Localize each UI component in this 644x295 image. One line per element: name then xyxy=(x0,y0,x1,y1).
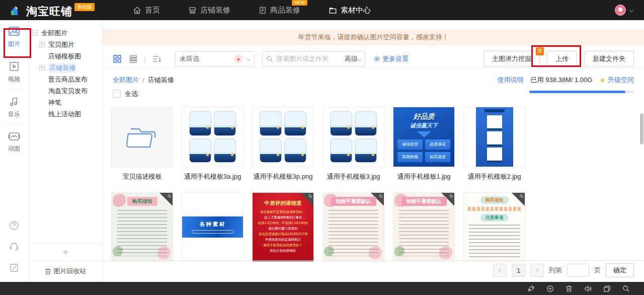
shop-icon xyxy=(188,6,197,15)
grid-item-image[interactable]: 好品质 诚信赢天下 诚信经营 品质保证 实物拍摄 如实描述 通用手机模板1.jp… xyxy=(393,107,455,181)
filter-dropdown[interactable]: 未筛选 ▲ xyxy=(175,51,255,66)
tree-item-taopan-publish[interactable]: 淘盘宝贝发布 xyxy=(29,85,102,97)
tree-item-online-activity[interactable]: 线上活动图 xyxy=(29,108,102,120)
account-area[interactable] xyxy=(615,0,633,20)
search-box[interactable]: 高级 xyxy=(262,51,365,66)
image-thumbnail[interactable] xyxy=(182,107,244,167)
image-thumbnail[interactable]: 好品质 诚信赢天下 诚信经营 品质保证 实物拍摄 如实描述 xyxy=(393,107,455,167)
image-thumbnail[interactable]: 购买须知 51 xyxy=(111,192,173,262)
tree-item-puyun-publish[interactable]: 普云商品发布 xyxy=(29,73,102,85)
help-icon[interactable] xyxy=(9,220,19,231)
video-icon xyxy=(9,61,20,72)
image-thumbnail[interactable]: 拍前不看那默认 51 xyxy=(393,192,455,262)
expand-icon[interactable]: + xyxy=(39,42,45,47)
storage-usage: 使用说明 已用 938.38M/ 1.00G ★ 升级空间 xyxy=(498,76,634,85)
floral-notice-preview: 拍前不看那默认 xyxy=(323,193,384,261)
tree-item-shenbi[interactable]: 神笔 xyxy=(29,97,102,108)
recycle-bin-entry[interactable]: 图片回收站 xyxy=(29,261,102,282)
page-number-input[interactable] xyxy=(567,264,589,277)
feedback-icon[interactable] xyxy=(9,263,19,273)
nav-item-material-center[interactable]: 素材中心 xyxy=(314,0,385,20)
windows-icon[interactable] xyxy=(603,285,611,292)
banner-title: 好品质 xyxy=(414,112,435,121)
next-page-button[interactable] xyxy=(530,264,544,277)
tree-item-item-images[interactable]: + 宝贝图片 xyxy=(29,39,102,50)
more-settings-link[interactable]: 更多设置 xyxy=(373,54,409,63)
advanced-search-toggle[interactable]: 高级 xyxy=(345,54,361,63)
rail-item-music[interactable]: 音乐 xyxy=(0,91,28,123)
grid-item-image[interactable]: 购买须知 51 xyxy=(111,192,173,262)
current-page[interactable]: 1 xyxy=(512,264,525,277)
media-type-rail: 图片 视频 音乐 动图 xyxy=(0,20,29,282)
strip-pill-shape xyxy=(192,230,234,234)
history-icon[interactable] xyxy=(546,285,554,292)
usage-manual-link[interactable]: 使用说明 xyxy=(498,76,524,85)
new-folder-button[interactable]: 新建文件夹 xyxy=(584,51,634,67)
grid-item-image[interactable]: 拍前不看那默认 51 xyxy=(393,192,455,262)
grid-item-image[interactable]: 各种素材 xyxy=(182,192,244,262)
grid-item-image[interactable]: 购买须知 注意事项 51 xyxy=(463,192,525,262)
rail-item-gif[interactable]: 动图 xyxy=(0,126,28,158)
image-thumbnail[interactable] xyxy=(252,107,314,167)
tree-item-all-images[interactable]: - 全部图片 xyxy=(29,27,102,39)
upgrade-space-link[interactable]: ★ 升级空间 xyxy=(599,76,634,85)
user-avatar[interactable] xyxy=(615,5,626,16)
main-image-potential-button[interactable]: 主图潜力挖掘 荐 xyxy=(484,51,540,67)
grid-item-image[interactable]: 拍前不看那默认 51 xyxy=(323,192,384,262)
notice-title: 购买须知 xyxy=(127,197,157,206)
rail-item-images[interactable]: 图片 xyxy=(0,20,28,53)
nav-item-label: 商品装修 xyxy=(270,6,300,15)
image-thumbnail[interactable]: 拍前不看那默认 51 xyxy=(323,192,384,262)
tree-item-shop-decorate[interactable]: + 店铺装修 xyxy=(29,62,102,73)
image-thumbnail[interactable] xyxy=(463,107,525,167)
tree-item-label: 全部图片 xyxy=(41,29,67,38)
grid-view-icon[interactable] xyxy=(113,54,122,63)
grid-item-image[interactable]: 中差评的请绕道 本店素材不是系统自动发货的， 是人工客服MM看到订单后 在线1-… xyxy=(252,192,314,262)
upload-button[interactable]: 上传 xyxy=(547,51,577,67)
folder-thumbnail[interactable] xyxy=(111,107,173,167)
grid-item-image[interactable]: 通用手机模板3p.png xyxy=(252,107,314,181)
goods-icon xyxy=(259,6,267,15)
speaker-icon[interactable] xyxy=(584,285,592,292)
notice-body: 本店素材不是系统自动发货的， 是人工客服MM看到订单后 在线1-2分钟内，不在线… xyxy=(256,209,310,253)
image-thumbnail[interactable]: 各种素材 xyxy=(182,192,244,262)
page-unit-label: 页 xyxy=(594,266,601,275)
nav-item-goods-decorate[interactable]: 商品装修 NEW xyxy=(245,0,314,20)
rocket-icon[interactable] xyxy=(527,285,535,292)
scrollbar-thumb[interactable] xyxy=(640,113,643,144)
headset-icon[interactable] xyxy=(9,242,19,252)
grid-item-image[interactable]: 通用手机模板2.jpg xyxy=(463,107,525,181)
add-folder-button[interactable]: + xyxy=(29,242,102,258)
recommend-badge: 荐 xyxy=(536,47,544,55)
grid-item-folder[interactable]: 宝贝描述模板 xyxy=(111,107,173,181)
collapse-icon[interactable]: - xyxy=(32,30,38,36)
confirm-page-button[interactable]: 确定 xyxy=(606,263,634,277)
nav-item-label: 店铺装修 xyxy=(200,6,230,15)
trash-icon[interactable] xyxy=(566,285,573,292)
tree-spacer xyxy=(39,88,45,94)
list-view-icon[interactable] xyxy=(129,54,138,63)
expand-icon[interactable]: + xyxy=(39,65,45,70)
grid-item-image[interactable]: 通用手机模板3a.jpg xyxy=(182,107,244,181)
grid-item-image[interactable]: 通用手机模板3.jpg xyxy=(323,107,384,181)
search-icon[interactable] xyxy=(622,285,630,292)
banner-tag: 品质保证 xyxy=(425,139,450,150)
tree-item-label: 宝贝图片 xyxy=(48,40,74,49)
select-all-checkbox[interactable] xyxy=(113,90,121,98)
phone-template-preview xyxy=(323,107,384,167)
chevron-down-icon[interactable] xyxy=(629,8,633,12)
breadcrumb-root[interactable]: 全部图片 xyxy=(113,76,139,85)
search-icon xyxy=(266,55,273,62)
rail-item-videos[interactable]: 视频 xyxy=(0,55,28,88)
tree-item-shop-template[interactable]: 店铺模板图 xyxy=(29,50,102,62)
nav-item-shop-decorate[interactable]: 店铺装修 xyxy=(174,0,245,20)
image-thumbnail[interactable]: 中差评的请绕道 本店素材不是系统自动发货的， 是人工客服MM看到订单后 在线1-… xyxy=(252,192,314,262)
sort-icon[interactable] xyxy=(152,54,162,63)
image-thumbnail[interactable] xyxy=(323,107,384,167)
search-input[interactable] xyxy=(276,55,345,62)
nav-item-home[interactable]: 首页 xyxy=(119,0,174,20)
image-thumbnail[interactable]: 购买须知 注意事项 51 xyxy=(463,192,525,262)
phone-template-preview xyxy=(182,107,243,167)
prev-page-button[interactable] xyxy=(493,264,507,277)
app-logo[interactable]: 淘宝旺铺 基础版 xyxy=(9,1,95,19)
